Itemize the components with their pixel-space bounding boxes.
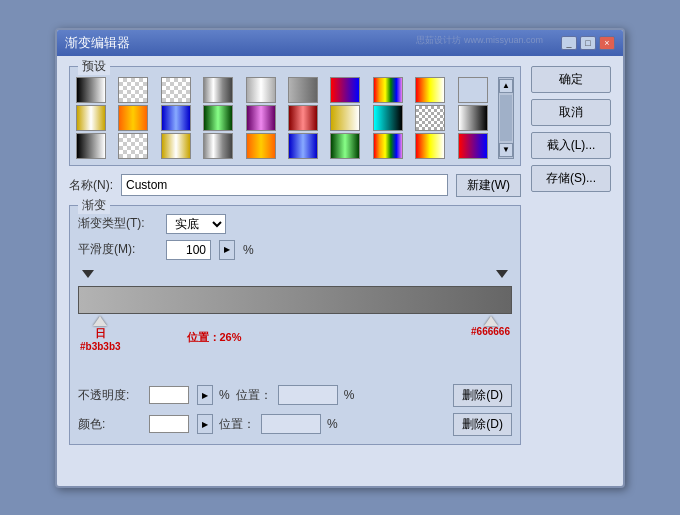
preset-item[interactable] — [330, 133, 360, 159]
preset-item[interactable] — [246, 77, 276, 103]
smoothness-input[interactable] — [166, 240, 211, 260]
opacity-delete-button[interactable]: 删除(D) — [453, 384, 512, 407]
preset-item[interactable] — [288, 105, 318, 131]
opacity-location-unit: % — [344, 388, 355, 402]
preset-item[interactable] — [76, 133, 106, 159]
preset-item[interactable] — [203, 105, 233, 131]
preset-item[interactable] — [330, 77, 360, 103]
dialog-title: 渐变编辑器 — [65, 34, 130, 52]
preset-grid — [76, 77, 514, 159]
gradient-settings-label: 渐变 — [78, 197, 110, 214]
preset-item[interactable] — [161, 105, 191, 131]
load-button[interactable]: 截入(L)... — [531, 132, 611, 159]
opacity-stop-left[interactable] — [82, 270, 94, 278]
preset-item[interactable] — [76, 105, 106, 131]
title-bar: 渐变编辑器 思茹设计坊 www.missyuan.com _ □ × — [57, 30, 623, 56]
gradient-type-select[interactable]: 实底 杂色 — [166, 214, 226, 234]
color-detail-row: 颜色: ▶ 位置： % 删除(D) — [78, 413, 512, 436]
gradient-bar[interactable] — [78, 286, 512, 314]
stop-position-label: 位置：26% — [187, 330, 242, 345]
preset-item[interactable] — [373, 77, 403, 103]
preset-item[interactable] — [203, 133, 233, 159]
preset-scrollbar: ▲ ▼ — [498, 77, 514, 159]
gradient-type-label: 渐变类型(T): — [78, 215, 158, 232]
left-stop-icon: 日 — [95, 326, 106, 341]
scroll-down-button[interactable]: ▼ — [499, 143, 513, 157]
color-location-unit: % — [327, 417, 338, 431]
opacity-location-label: 位置： — [236, 387, 272, 404]
color-detail-label: 颜色: — [78, 416, 143, 433]
maximize-button[interactable]: □ — [580, 36, 596, 50]
opacity-detail-row: 不透明度: ▶ % 位置： % 删除(D) — [78, 384, 512, 407]
preset-item[interactable] — [203, 77, 233, 103]
opacity-swatch[interactable] — [149, 386, 189, 404]
scroll-up-button[interactable]: ▲ — [499, 79, 513, 93]
right-stop-hex: #666666 — [471, 326, 510, 337]
preset-item[interactable] — [415, 105, 445, 131]
preset-item[interactable] — [288, 77, 318, 103]
main-panel: 预设 ▲ ▼ 名称(N): 新建(W) 渐变 — [69, 66, 521, 453]
color-spin-button[interactable]: ▶ — [197, 414, 213, 434]
smoothness-label: 平滑度(M): — [78, 241, 158, 258]
preset-item[interactable] — [288, 133, 318, 159]
left-stop-hex: #b3b3b3 — [80, 341, 121, 352]
watermark: 思茹设计坊 www.missyuan.com — [416, 34, 543, 47]
title-bar-buttons: _ □ × — [561, 36, 615, 50]
opacity-detail-label: 不透明度: — [78, 387, 143, 404]
opacity-spin-button[interactable]: ▶ — [197, 385, 213, 405]
color-stop-left[interactable]: 日 #b3b3b3 — [80, 316, 121, 352]
color-stop-right[interactable]: #666666 — [471, 316, 510, 337]
save-button[interactable]: 存储(S)... — [531, 165, 611, 192]
smoothness-spin-button[interactable]: ▶ — [219, 240, 235, 260]
ok-button[interactable]: 确定 — [531, 66, 611, 93]
preset-item[interactable] — [161, 77, 191, 103]
name-label: 名称(N): — [69, 177, 113, 194]
preset-item[interactable] — [161, 133, 191, 159]
preset-item[interactable] — [415, 77, 445, 103]
gradient-type-row: 渐变类型(T): 实底 杂色 — [78, 214, 512, 234]
preset-group-label: 预设 — [78, 58, 110, 75]
opacity-unit: % — [219, 388, 230, 402]
gradient-editor-dialog: 渐变编辑器 思茹设计坊 www.missyuan.com _ □ × 预设 ▲ … — [55, 28, 625, 488]
side-buttons: 确定 取消 截入(L)... 存储(S)... — [531, 66, 611, 453]
preset-item[interactable] — [76, 77, 106, 103]
cancel-button[interactable]: 取消 — [531, 99, 611, 126]
opacity-location-input[interactable] — [278, 385, 338, 405]
smoothness-unit: % — [243, 243, 254, 257]
smoothness-row: 平滑度(M): ▶ % — [78, 240, 512, 260]
preset-item[interactable] — [458, 133, 488, 159]
color-location-label: 位置： — [219, 416, 255, 433]
new-button[interactable]: 新建(W) — [456, 174, 521, 197]
color-delete-button[interactable]: 删除(D) — [453, 413, 512, 436]
preset-item[interactable] — [118, 105, 148, 131]
name-row: 名称(N): 新建(W) — [69, 174, 521, 197]
preset-item[interactable] — [458, 77, 488, 103]
preset-item[interactable] — [373, 133, 403, 159]
opacity-stop-right[interactable] — [496, 270, 508, 278]
dialog-body: 预设 ▲ ▼ 名称(N): 新建(W) 渐变 — [57, 56, 623, 463]
preset-item[interactable] — [330, 105, 360, 131]
preset-item[interactable] — [118, 133, 148, 159]
name-input[interactable] — [121, 174, 448, 196]
minimize-button[interactable]: _ — [561, 36, 577, 50]
preset-item[interactable] — [373, 105, 403, 131]
preset-item[interactable] — [415, 133, 445, 159]
gradient-settings-group: 渐变 渐变类型(T): 实底 杂色 平滑度(M): ▶ % — [69, 205, 521, 445]
preset-item[interactable] — [118, 77, 148, 103]
color-location-input[interactable] — [261, 414, 321, 434]
preset-item[interactable] — [246, 133, 276, 159]
color-swatch[interactable] — [149, 415, 189, 433]
preset-item[interactable] — [458, 105, 488, 131]
preset-group: 预设 ▲ ▼ — [69, 66, 521, 166]
gradient-bar-container: 日 #b3b3b3 位置：26% #666666 — [78, 270, 512, 352]
preset-item[interactable] — [246, 105, 276, 131]
close-button[interactable]: × — [599, 36, 615, 50]
